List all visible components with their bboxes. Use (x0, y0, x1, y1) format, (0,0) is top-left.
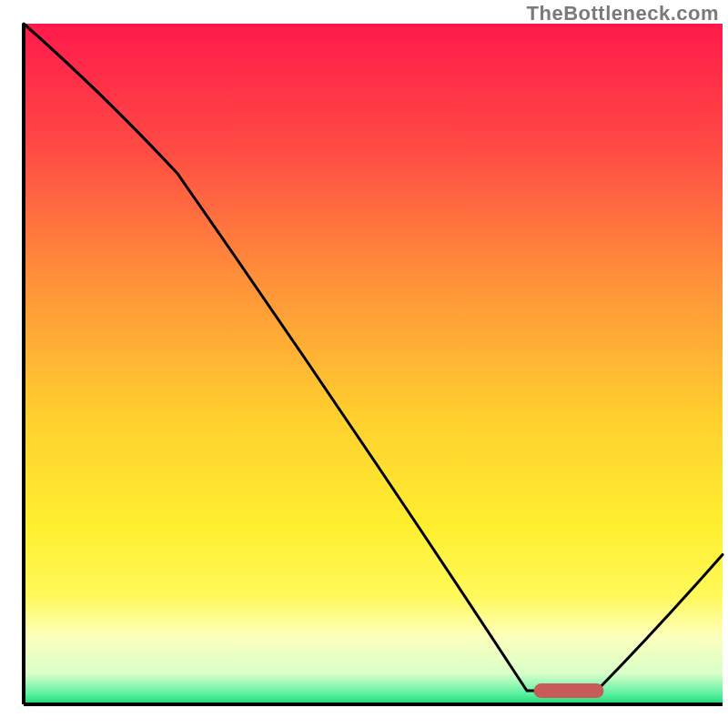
bottleneck-chart: TheBottleneck.com (0, 0, 728, 728)
optimal-range-marker (534, 683, 604, 698)
attribution-watermark: TheBottleneck.com (527, 2, 719, 25)
chart-canvas (0, 0, 728, 728)
chart-gradient-background (24, 24, 723, 704)
